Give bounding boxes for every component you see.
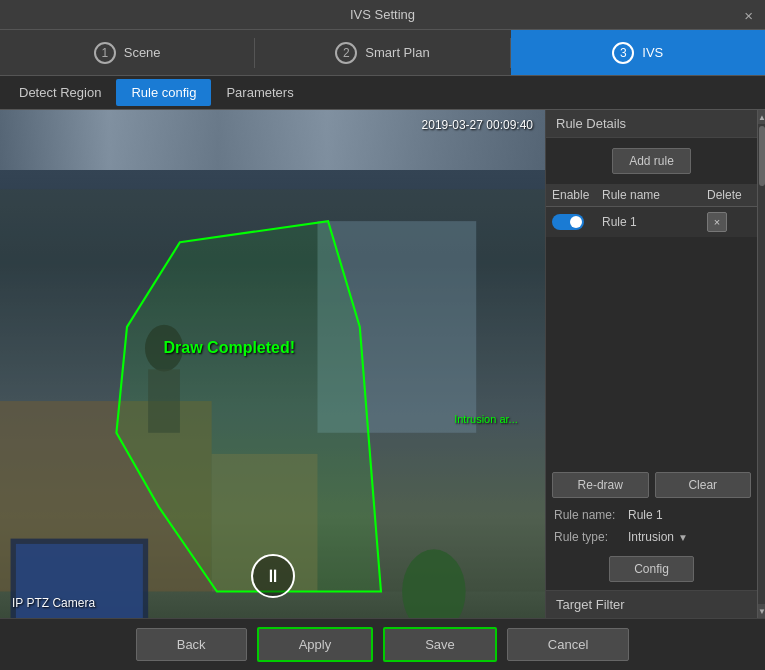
tab-scene-label: Scene [124,45,161,60]
detection-polygon [0,110,545,618]
tab-scene[interactable]: 1 Scene [0,30,254,75]
pause-icon: ⏸ [264,566,282,587]
svg-rect-1 [0,401,212,591]
right-panel: Rule Details Add rule Enable Rule name D… [545,110,757,618]
rule-name-label: Rule name: [554,508,622,522]
rule-name-field: Rule name: Rule 1 [546,504,757,526]
chevron-down-icon: ▼ [678,532,688,543]
close-icon[interactable]: × [744,6,753,23]
svg-rect-0 [0,189,545,591]
sub-tabs: Detect Region Rule config Parameters [0,76,765,110]
right-panel-scrollbar[interactable]: ▲ ▼ [757,110,765,618]
table-row: Rule 1 × [546,207,757,237]
rule-type-field: Rule type: Intrusion ▼ [546,526,757,548]
redraw-button[interactable]: Re-draw [552,472,649,498]
camera-name-label: IP PTZ Camera [12,596,95,610]
redraw-clear-row: Re-draw Clear [546,466,757,504]
main-content: 2019-03-27 00:09:40 Draw Completed! Intr… [0,110,765,618]
pause-button[interactable]: ⏸ [251,554,295,598]
scroll-down-arrow[interactable]: ▼ [758,604,765,618]
add-rule-button[interactable]: Add rule [612,148,691,174]
tab-ivs-label: IVS [642,45,663,60]
rule-type-label: Rule type: [554,530,622,544]
rule-delete-button[interactable]: × [707,212,727,232]
step1-num: 1 [94,42,116,64]
sub-tab-detect-region[interactable]: Detect Region [4,79,116,106]
sub-tab-rule-config[interactable]: Rule config [116,79,211,106]
tab-ivs[interactable]: 3 IVS [511,30,765,75]
draw-completed-label: Draw Completed! [164,339,296,357]
window-title: IVS Setting [350,7,415,22]
save-button[interactable]: Save [383,627,497,662]
svg-point-6 [402,549,465,618]
rule-type-value: Intrusion [628,530,674,544]
step3-num: 3 [612,42,634,64]
apply-button[interactable]: Apply [257,627,374,662]
sub-tab-parameters[interactable]: Parameters [211,79,308,106]
camera-area: 2019-03-27 00:09:40 Draw Completed! Intr… [0,110,545,618]
title-bar: IVS Setting × [0,0,765,30]
svg-rect-8 [148,369,180,432]
tab-smart-plan[interactable]: 2 Smart Plan [255,30,509,75]
bottom-bar: Back Apply Save Cancel [0,618,765,670]
step-tabs: 1 Scene 2 Smart Plan 3 IVS [0,30,765,76]
rule-table-header: Enable Rule name Delete [546,184,757,207]
rule-details-title: Rule Details [546,110,757,138]
toggle-knob [570,216,582,228]
camera-feed: 2019-03-27 00:09:40 Draw Completed! Intr… [0,110,545,618]
rule-type-select[interactable]: Intrusion ▼ [628,530,749,544]
intrusion-area-label: Intrusion ar... [454,413,518,425]
step2-num: 2 [335,42,357,64]
col-delete: Delete [707,188,751,202]
rule-name-value: Rule 1 [628,508,663,522]
scroll-thumb[interactable] [759,126,765,186]
col-rulename: Rule name [602,188,707,202]
cancel-button[interactable]: Cancel [507,628,629,661]
scroll-up-arrow[interactable]: ▲ [758,110,765,124]
svg-rect-3 [317,221,476,433]
col-enable: Enable [552,188,602,202]
back-button[interactable]: Back [136,628,247,661]
target-filter-title: Target Filter [546,590,757,618]
svg-marker-9 [116,221,381,591]
camera-timestamp: 2019-03-27 00:09:40 [422,118,533,132]
config-button[interactable]: Config [609,556,694,582]
rule-name-cell: Rule 1 [602,215,707,229]
tab-smart-plan-label: Smart Plan [365,45,429,60]
clear-button[interactable]: Clear [655,472,752,498]
rule-enable-toggle[interactable] [552,214,584,230]
